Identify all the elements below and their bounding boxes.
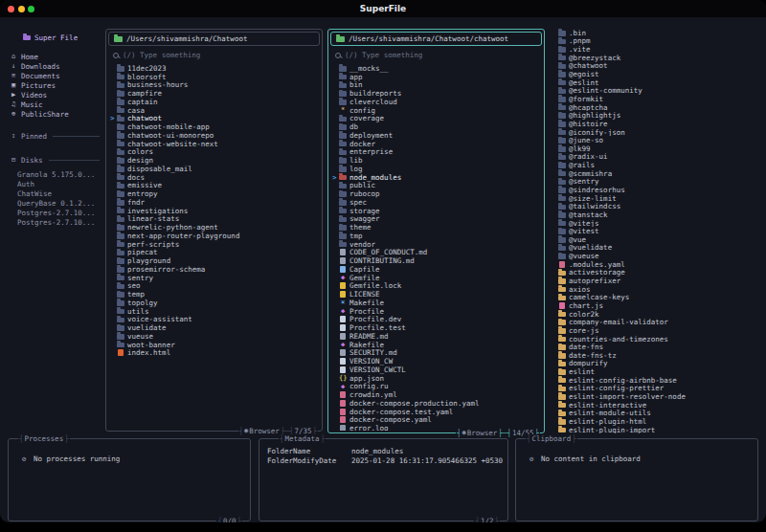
file-row[interactable]: investigations	[110, 207, 320, 215]
sidebar-item-music[interactable]: ♫Music	[8, 100, 101, 109]
file-row[interactable]: 11dec2023	[110, 64, 320, 73]
disk-item[interactable]: ChatWise	[8, 189, 101, 199]
file-row[interactable]: date-fns	[552, 343, 764, 351]
file-row[interactable]: design	[110, 156, 320, 165]
file-row[interactable]: @size-limit	[552, 194, 764, 203]
file-row[interactable]: ◆Gemfile	[332, 274, 542, 282]
file-row[interactable]: emissive	[110, 182, 320, 190]
file-row[interactable]: >node_modules	[332, 173, 542, 182]
file-row[interactable]: eslint-plugin-html	[552, 417, 764, 426]
disk-item[interactable]: Postgres-2.7.10...	[8, 209, 101, 218]
file-row[interactable]: @vueuse	[552, 252, 764, 260]
file-row[interactable]: perf-scripts	[110, 240, 320, 249]
file-row[interactable]: LICENSE	[332, 290, 542, 299]
file-row[interactable]: public	[332, 182, 542, 190]
file-row[interactable]: camelcase-keys	[552, 294, 764, 302]
file-row[interactable]: docker	[332, 140, 542, 148]
file-row[interactable]: VERSION_CW	[332, 357, 542, 366]
file-row[interactable]: ◆Rakefile	[332, 341, 542, 349]
file-row[interactable]: docs	[110, 173, 320, 182]
file-row[interactable]: @vitest	[552, 227, 764, 235]
sidebar-item-home[interactable]: ⌂Home	[8, 52, 101, 61]
disk-item[interactable]: QueryBase 0.1.2...	[8, 199, 101, 209]
disk-item[interactable]: Auth	[8, 180, 101, 189]
file-row[interactable]: voice-assistant	[110, 316, 320, 324]
file-row[interactable]: @sindresorhus	[552, 186, 764, 194]
file-row[interactable]: temp	[110, 290, 320, 299]
file-row[interactable]: @breezystack	[552, 54, 764, 62]
disk-item[interactable]: Postgres-2.7.10...	[8, 218, 101, 228]
file-row[interactable]: next-app-router-playground	[110, 232, 320, 240]
file-row[interactable]: VERSION_CWCTL	[332, 366, 542, 374]
file-row[interactable]: *config	[332, 106, 542, 115]
file-row[interactable]: autoprefixer	[552, 277, 764, 285]
file-row[interactable]: clevercloud	[332, 98, 542, 106]
file-row[interactable]: date-fns-tz	[552, 351, 764, 360]
file-row[interactable]: docker-compose.yaml	[332, 416, 542, 425]
file-row[interactable]: dompurify	[552, 360, 764, 368]
file-row[interactable]: @june-so	[552, 136, 764, 144]
file-row[interactable]: tmp	[332, 232, 542, 240]
file-row[interactable]: app	[332, 73, 542, 81]
file-row[interactable]: Procfile.dev	[332, 316, 542, 324]
file-row[interactable]: captain	[110, 98, 320, 106]
file-row[interactable]: >chatwoot	[110, 115, 320, 123]
file-row[interactable]: entropy	[110, 189, 320, 198]
file-row[interactable]: crowdin.yml	[332, 390, 542, 399]
file-row[interactable]: Procfile.test	[332, 323, 542, 332]
file-row[interactable]: color2k	[552, 310, 764, 319]
file-row[interactable]: vueuse	[110, 332, 320, 341]
file-row[interactable]: countries-and-timezones	[552, 335, 764, 344]
file-row[interactable]: {}app.json	[332, 374, 542, 383]
file-row[interactable]: @scmmishra	[552, 169, 764, 178]
file-row[interactable]: eslint-import-resolver-node	[552, 392, 764, 401]
file-row[interactable]: chart.js	[552, 301, 764, 310]
file-row[interactable]: @sentry	[552, 178, 764, 187]
file-row[interactable]: .bin	[552, 29, 764, 37]
file-row[interactable]: CODE_OF_CONDUCT.md	[332, 249, 542, 257]
search-input[interactable]: (/) Type something	[113, 51, 322, 59]
file-row[interactable]: seo	[110, 282, 320, 291]
file-row[interactable]: @highlightjs	[552, 111, 764, 120]
file-row[interactable]: playground	[110, 256, 320, 265]
file-row[interactable]: ×Makefile	[332, 299, 542, 307]
sidebar-item-downloads[interactable]: ↓Downloads	[8, 61, 101, 71]
file-row[interactable]: pipecat	[110, 249, 320, 257]
file-row[interactable]: linear-stats	[110, 215, 320, 224]
file-row[interactable]: eslint-module-utils	[552, 409, 764, 417]
file-row[interactable]: vuelidate	[110, 323, 320, 332]
file-row[interactable]: deployment	[332, 131, 542, 140]
file-row[interactable]: chatwoot-ui-monorepo	[110, 131, 320, 140]
file-row[interactable]: newrelic-python-agent	[110, 223, 320, 232]
file-row[interactable]: campfire	[110, 89, 320, 98]
file-row[interactable]: lib	[332, 156, 542, 165]
file-row[interactable]: rubocop	[332, 189, 542, 198]
file-row[interactable]: woot-banner	[110, 341, 320, 349]
file-row[interactable]: topolgy	[110, 299, 320, 307]
file-row[interactable]: @chatwoot	[552, 62, 764, 71]
file-row[interactable]: @hcaptcha	[552, 103, 764, 112]
file-row[interactable]: fndr	[110, 198, 320, 207]
file-row[interactable]: docker-compose.production.yaml	[332, 399, 542, 408]
file-row[interactable]: ◆config.ru	[332, 383, 542, 391]
file-row[interactable]: @histoire	[552, 120, 764, 128]
file-row[interactable]: coverage	[332, 115, 542, 123]
sidebar-item-documents[interactable]: ≡Documents	[8, 71, 101, 80]
file-row[interactable]: theme	[332, 223, 542, 232]
file-row[interactable]: ◆Procfile	[332, 307, 542, 316]
file-row[interactable]: swagger	[332, 215, 542, 224]
file-row[interactable]: CONTRIBUTING.md	[332, 256, 542, 265]
file-row[interactable]: eslint-config-prettier	[552, 385, 764, 393]
file-row[interactable]: spec	[332, 198, 542, 207]
file-row[interactable]: README.md	[332, 332, 542, 341]
search-input[interactable]: (/) Type something	[335, 51, 544, 59]
file-row[interactable]: @tailwindcss	[552, 202, 764, 211]
file-row[interactable]: @rails	[552, 161, 764, 169]
file-row[interactable]: @vuelidate	[552, 244, 764, 253]
file-row[interactable]: utils	[110, 307, 320, 316]
file-row[interactable]: chatwoot-website-next	[110, 140, 320, 148]
file-row[interactable]: bloorsoft	[110, 73, 320, 81]
file-row[interactable]: @eslint	[552, 78, 764, 87]
file-row[interactable]: axios	[552, 285, 764, 294]
file-row[interactable]: vendor	[332, 240, 542, 249]
